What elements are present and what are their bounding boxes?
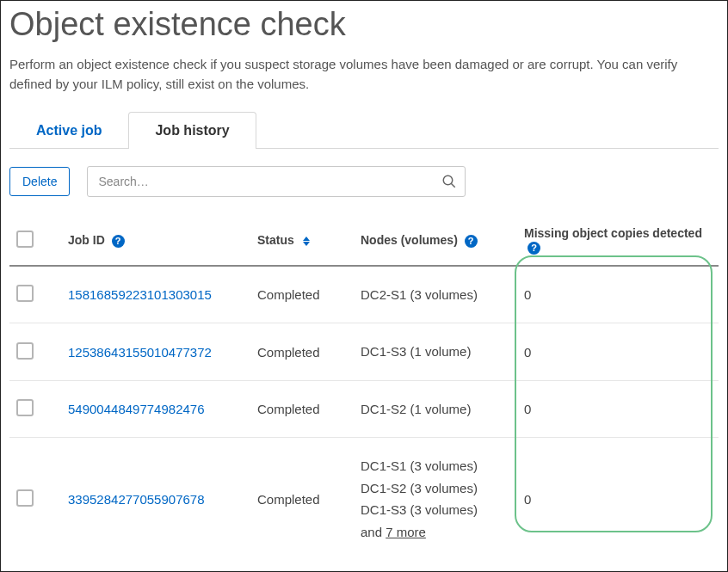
tab-job-history[interactable]: Job history [128,112,256,149]
table-row: 12538643155010477372CompletedDC1-S3 (1 v… [9,323,719,381]
col-job-id[interactable]: Job ID [68,233,105,247]
job-id-link[interactable]: 5490044849774982476 [68,402,205,416]
node-volume: DC1-S3 (1 volume) [361,341,510,363]
status-cell: Completed [250,266,354,323]
tab-active-job[interactable]: Active job [9,112,128,149]
sort-icon[interactable] [303,237,310,246]
row-checkbox[interactable] [16,342,34,360]
nodes-cell: DC1-S2 (1 volume) [354,380,517,438]
missing-cell: 0 [517,323,719,381]
svg-line-1 [452,183,456,188]
more-nodes-link[interactable]: 7 more [386,525,426,539]
svg-point-0 [444,175,453,185]
nodes-cell: DC1-S1 (3 volumes)DC1-S2 (3 volumes)DC1-… [354,438,517,561]
job-id-link[interactable]: 3395284277055907678 [68,492,205,507]
status-cell: Completed [250,323,354,381]
status-cell: Completed [250,380,354,438]
nodes-cell: DC2-S1 (3 volumes) [354,266,517,323]
page-description: Perform an object existence check if you… [9,55,719,94]
job-history-table: Job ID ? Status Nodes (volumes) ? Missin… [9,216,719,560]
table-row: 5490044849774982476CompletedDC1-S2 (1 vo… [9,380,719,438]
row-checkbox[interactable] [16,489,34,507]
row-checkbox[interactable] [16,399,34,416]
node-volume: DC1-S2 (3 volumes) [361,477,510,500]
page-title: Object existence check [9,6,719,43]
help-icon[interactable]: ? [465,235,478,248]
node-volume: DC1-S3 (3 volumes) [361,499,510,521]
node-volume: DC2-S1 (3 volumes) [361,284,510,306]
missing-cell: 0 [517,438,719,561]
col-missing: Missing object copies detected [524,226,702,240]
table-row: 3395284277055907678CompletedDC1-S1 (3 vo… [9,438,719,561]
nodes-cell: DC1-S3 (1 volume) [354,323,517,381]
job-id-link[interactable]: 15816859223101303015 [68,287,212,302]
help-icon[interactable]: ? [112,235,125,248]
select-all-checkbox[interactable] [16,231,34,248]
col-nodes: Nodes (volumes) [361,233,458,247]
tabs: Active job Job history [9,111,719,149]
search-icon [441,174,457,189]
node-volume: DC1-S2 (1 volume) [361,398,510,421]
help-icon[interactable]: ? [527,242,540,255]
node-volume: DC1-S1 (3 volumes) [361,455,510,477]
delete-button[interactable]: Delete [9,167,70,196]
col-status[interactable]: Status [257,233,294,247]
missing-cell: 0 [517,380,719,438]
row-checkbox[interactable] [16,285,34,302]
search-input[interactable] [87,166,466,197]
job-id-link[interactable]: 12538643155010477372 [68,345,212,360]
missing-cell: 0 [517,266,719,323]
table-row: 15816859223101303015CompletedDC2-S1 (3 v… [9,266,719,323]
status-cell: Completed [250,438,354,561]
